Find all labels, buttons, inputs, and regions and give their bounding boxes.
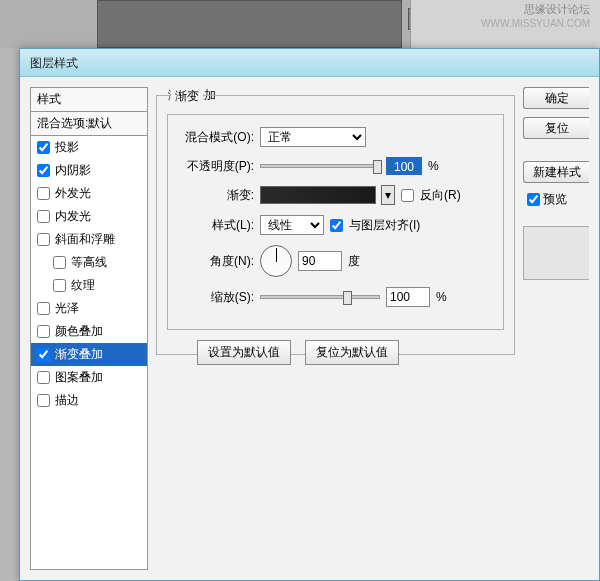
dialog-action-buttons: 确定 复位 新建样式 预览 — [523, 87, 589, 570]
style-checkbox-8[interactable] — [37, 325, 50, 338]
style-label-0: 投影 — [55, 139, 79, 156]
opacity-slider-handle[interactable] — [373, 160, 382, 174]
gradient-preview[interactable] — [260, 186, 376, 204]
reverse-checkbox[interactable] — [401, 189, 414, 202]
preview-label: 预览 — [543, 191, 567, 208]
style-item-0[interactable]: 投影 — [31, 136, 147, 159]
style-checkbox-2[interactable] — [37, 187, 50, 200]
style-item-2[interactable]: 外发光 — [31, 182, 147, 205]
style-label-7: 光泽 — [55, 300, 79, 317]
cancel-button[interactable]: 复位 — [523, 117, 589, 139]
gradient-overlay-panel: 渐变叠加 渐变 混合模式(O): 正常 不透明度(P): — [156, 87, 515, 570]
style-item-4[interactable]: 斜面和浮雕 — [31, 228, 147, 251]
align-label: 与图层对齐(I) — [349, 217, 420, 234]
subsection-title: 渐变 — [171, 88, 203, 105]
blend-options-item[interactable]: 混合选项:默认 — [31, 112, 147, 136]
blend-mode-label: 混合模式(O): — [178, 129, 254, 146]
angle-dial[interactable] — [260, 245, 292, 277]
layer-style-dialog: 图层样式 样式 混合选项:默认 投影内阴影外发光内发光斜面和浮雕等高线纹理光泽颜… — [19, 48, 600, 581]
angle-label: 角度(N): — [178, 253, 254, 270]
style-checkbox-3[interactable] — [37, 210, 50, 223]
style-item-8[interactable]: 颜色叠加 — [31, 320, 147, 343]
style-label-11: 描边 — [55, 392, 79, 409]
style-label-4: 斜面和浮雕 — [55, 231, 115, 248]
style-item-10[interactable]: 图案叠加 — [31, 366, 147, 389]
style-checkbox-11[interactable] — [37, 394, 50, 407]
align-checkbox[interactable] — [330, 219, 343, 232]
watermark-url: WWW.MISSYUAN.COM — [481, 18, 590, 29]
scale-label: 缩放(S): — [178, 289, 254, 306]
style-checkbox-0[interactable] — [37, 141, 50, 154]
opacity-value[interactable]: 100 — [386, 157, 422, 175]
style-label-8: 颜色叠加 — [55, 323, 103, 340]
angle-unit: 度 — [348, 253, 360, 270]
canvas-area-dark — [97, 0, 402, 48]
styles-header[interactable]: 样式 — [31, 88, 147, 112]
blend-mode-select[interactable]: 正常 — [260, 127, 366, 147]
style-label-5: 等高线 — [71, 254, 107, 271]
style-checkbox-9[interactable] — [37, 348, 50, 361]
dialog-titlebar[interactable]: 图层样式 — [20, 49, 599, 77]
reset-default-button[interactable]: 复位为默认值 — [305, 340, 399, 365]
style-checkbox-7[interactable] — [37, 302, 50, 315]
new-style-button[interactable]: 新建样式 — [523, 161, 589, 183]
style-checkbox-10[interactable] — [37, 371, 50, 384]
scale-input[interactable] — [386, 287, 430, 307]
style-label-2: 外发光 — [55, 185, 91, 202]
watermark-text: 思缘设计论坛 — [524, 2, 590, 17]
angle-input[interactable] — [298, 251, 342, 271]
style-checkbox-5[interactable] — [53, 256, 66, 269]
style-item-5[interactable]: 等高线 — [31, 251, 147, 274]
style-item-1[interactable]: 内阴影 — [31, 159, 147, 182]
preview-checkbox[interactable] — [527, 193, 540, 206]
style-item-6[interactable]: 纹理 — [31, 274, 147, 297]
style-item-7[interactable]: 光泽 — [31, 297, 147, 320]
app-background: 思缘设计论坛 WWW.MISSYUAN.COM — [0, 0, 600, 48]
gradient-label: 渐变: — [178, 187, 254, 204]
opacity-label: 不透明度(P): — [178, 158, 254, 175]
dialog-title: 图层样式 — [30, 56, 78, 70]
preview-swatch — [523, 226, 589, 280]
opacity-unit: % — [428, 159, 439, 173]
style-checkbox-4[interactable] — [37, 233, 50, 246]
style-checkbox-6[interactable] — [53, 279, 66, 292]
style-label-6: 纹理 — [71, 277, 95, 294]
styles-list-panel: 样式 混合选项:默认 投影内阴影外发光内发光斜面和浮雕等高线纹理光泽颜色叠加渐变… — [30, 87, 148, 570]
reverse-label: 反向(R) — [420, 187, 461, 204]
scale-slider[interactable] — [260, 295, 380, 299]
gradient-dropdown-icon[interactable]: ▾ — [381, 185, 395, 205]
style-label-3: 内发光 — [55, 208, 91, 225]
style-item-11[interactable]: 描边 — [31, 389, 147, 412]
scale-unit: % — [436, 290, 447, 304]
scale-slider-handle[interactable] — [343, 291, 352, 305]
style-label-1: 内阴影 — [55, 162, 91, 179]
opacity-slider[interactable] — [260, 164, 380, 168]
style-item-3[interactable]: 内发光 — [31, 205, 147, 228]
set-default-button[interactable]: 设置为默认值 — [197, 340, 291, 365]
ok-button[interactable]: 确定 — [523, 87, 589, 109]
style-label-9: 渐变叠加 — [55, 346, 103, 363]
style-item-9[interactable]: 渐变叠加 — [31, 343, 147, 366]
style-checkbox-1[interactable] — [37, 164, 50, 177]
style-select[interactable]: 线性 — [260, 215, 324, 235]
style-label-10: 图案叠加 — [55, 369, 103, 386]
style-label: 样式(L): — [178, 217, 254, 234]
